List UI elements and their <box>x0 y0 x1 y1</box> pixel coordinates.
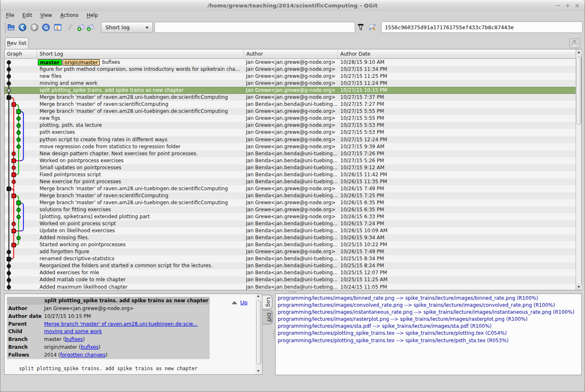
revision-row[interactable]: Merge branch 'master' of raven:scientifi… <box>5 192 576 199</box>
revision-row[interactable]: psth exercisesJan Grewe<jan.grewe@g-node… <box>5 129 576 136</box>
revision-row[interactable]: Merge branch 'master' of raven.am28.uni-… <box>5 108 576 115</box>
refresh-button[interactable]: G <box>41 22 51 33</box>
revision-row[interactable]: New design pattern chapter. Next exercis… <box>5 150 576 157</box>
window-titlebar[interactable]: /home/grewe/teaching/2014/scientificComp… <box>0 0 585 11</box>
detail-scrollbar[interactable] <box>255 294 262 374</box>
author-date-cell: 10/27/15 5:26 PM <box>340 157 571 164</box>
detail-link[interactable]: Merge branch 'master' of raven.am28.uni-… <box>44 321 198 327</box>
menu-edit[interactable]: Edit <box>19 11 36 20</box>
revision-row[interactable]: add forgotten figureJan Grewe<jan.grewe@… <box>5 248 576 255</box>
revision-row[interactable]: new figsJan Grewe<jan.grewe@g-node.org>1… <box>5 115 576 122</box>
revision-row[interactable]: Added missing files.Jan Benda<jan.benda@… <box>5 234 576 241</box>
author-cell: Jan Grewe<jan.grewe@g-node.org> <box>246 80 339 87</box>
renamed-file-line[interactable]: programming/lectures/images/instantaneou… <box>276 309 581 316</box>
menu-file[interactable]: File <box>2 11 19 20</box>
tab-rev-list[interactable]: Rev list <box>5 37 28 49</box>
close-tab-button[interactable] <box>569 38 580 48</box>
renamed-file-line[interactable]: programming/lectures/plotting_spike_trai… <box>276 337 581 344</box>
detail-link[interactable]: moving and some work <box>44 329 102 334</box>
tab-log[interactable]: Log <box>262 295 272 309</box>
renamed-file-line[interactable]: programming/lectures/images/binned_rate.… <box>276 295 581 302</box>
revision-row[interactable]: move regression code from statistics to … <box>5 143 576 150</box>
revision-row[interactable]: Merge branch 'master' of raven:scientifi… <box>5 101 576 108</box>
up-link[interactable]: Up <box>240 299 248 306</box>
column-header-short-log[interactable]: Short Log <box>37 49 244 58</box>
sha-input[interactable] <box>381 21 583 33</box>
menu-actions[interactable]: Actions <box>56 11 82 20</box>
revision-row[interactable]: Small updates on pointprocessesJan Benda… <box>5 164 576 171</box>
detail-field-label: Author date <box>7 313 44 320</box>
revision-row[interactable]: Merge branch 'master' of raven.am28.uni-… <box>5 199 576 206</box>
maximize-button[interactable]: + <box>564 1 571 10</box>
highlight-search-button[interactable] <box>367 22 377 33</box>
author-date-cell: 10/27/15 11:25 PM <box>340 73 571 80</box>
short-log-cell: masterorigin/masterbufixes <box>38 59 241 66</box>
author-date-cell: 10/25/15 10:22 PM <box>340 241 571 248</box>
author-date-cell: 10/27/15 7:26 PM <box>340 150 571 157</box>
author-cell: Jan Benda<jan.benda@uni-tuebing... <box>246 241 339 248</box>
qgit-window: /home/grewe/teaching/2014/scientificComp… <box>0 0 585 392</box>
detail-link[interactable]: forgotten changes <box>60 352 105 358</box>
minimize-button[interactable]: − <box>555 1 562 10</box>
tab-diff[interactable]: Diff <box>263 310 273 324</box>
revision-row[interactable]: Reorganized the folders and started a co… <box>5 262 576 269</box>
revision-table-scrollbar[interactable] <box>576 49 581 290</box>
revision-row[interactable]: new filesJan Grewe<jan.grewe@g-node.org>… <box>5 73 576 80</box>
renamed-file-line[interactable]: programming/lectures/images/convolved_ra… <box>276 302 581 309</box>
renamed-file-line[interactable]: programming/lectures/images/sta.pdf --> … <box>276 323 581 330</box>
log-view-value: Short log <box>105 24 130 30</box>
author-date-cell: 10/26/15 7:25 PM <box>340 192 571 199</box>
author-date-cell: 10/27/15 11:24 PM <box>340 80 571 87</box>
triangle-up-icon <box>257 295 260 297</box>
tree-view-button[interactable] <box>52 22 63 33</box>
revision-row[interactable]: [plotting, spiketrains] extended plottin… <box>5 213 576 220</box>
revision-table: Graph Short Log Author Author Date maste… <box>4 49 582 290</box>
forward-button[interactable] <box>29 22 40 33</box>
scroll-up-button[interactable] <box>576 49 582 55</box>
log-view-select[interactable]: Short log <box>101 22 153 33</box>
revision-row[interactable]: masterorigin/masterbufixesJan Grewe<jan.… <box>5 59 576 66</box>
revision-row[interactable]: solutions for fitting exercisesJan Grewe… <box>5 206 576 213</box>
apply-patch-button[interactable] <box>85 22 96 33</box>
revision-row[interactable]: New exercise for point processesJan Bend… <box>5 178 576 185</box>
open-repository-button[interactable] <box>6 22 16 33</box>
renamed-file-line[interactable]: programming/lectures/plotting_spike_trai… <box>276 330 581 337</box>
close-button[interactable]: × <box>574 1 580 10</box>
revision-row[interactable]: Added maximum likelihood chapterJan Bend… <box>5 284 576 290</box>
revision-row[interactable]: python script to create firing rates in … <box>5 136 576 143</box>
detail-link[interactable]: bufixes <box>65 336 83 342</box>
horizontal-splitter-handle[interactable] <box>289 292 297 292</box>
wand-button[interactable] <box>65 22 75 33</box>
revision-row[interactable]: plotting, psth, sta lectureJan Grewe<jan… <box>5 122 576 129</box>
menu-view[interactable]: View <box>36 11 56 20</box>
revision-row[interactable]: Merge branch 'master' of raven.am28.uni-… <box>5 185 576 192</box>
column-header-author-date[interactable]: Author Date <box>338 49 576 58</box>
detail-link[interactable]: bufixes <box>81 344 98 350</box>
revision-row[interactable]: Worked on pointprocess exercisesJan Bend… <box>5 157 576 164</box>
revision-row[interactable]: Started working on pointprocessesJan Ben… <box>5 241 576 248</box>
detail-scrollbar-thumb[interactable] <box>256 300 261 364</box>
back-button[interactable] <box>17 22 28 33</box>
detail-field-label: Branch <box>7 336 44 343</box>
revision-row[interactable]: figure for psth method comparsion, some … <box>5 66 576 73</box>
revision-row[interactable]: Update on likelihood exercisesJan Benda<… <box>5 227 576 234</box>
revision-filter-input[interactable] <box>154 22 355 33</box>
menu-help[interactable]: Help <box>82 11 102 20</box>
column-header-graph[interactable]: Graph <box>5 49 37 58</box>
revision-row[interactable]: split plotting_spike trains. add spike t… <box>5 87 576 94</box>
renamed-file-line[interactable]: programming/lectures/images/rasterplot.p… <box>276 316 581 323</box>
column-header-author[interactable]: Author <box>244 49 338 58</box>
detail-field-label: Follows <box>7 351 44 359</box>
scrollbar-thumb[interactable] <box>576 56 581 125</box>
revision-row[interactable]: moving and some workJan Grewe<jan.grewe@… <box>5 80 576 87</box>
revision-row[interactable]: Worked on point process scriptJan Benda<… <box>5 220 576 227</box>
revision-row[interactable]: renamed descriptive-statisticsJan Benda<… <box>5 255 576 262</box>
filter-button[interactable] <box>356 22 366 33</box>
vertical-splitter-handle[interactable] <box>274 329 274 340</box>
revision-row[interactable]: Added exercises for mleJan Benda<jan.ben… <box>5 269 576 276</box>
revision-row[interactable]: Fixed pointprocess scriptJan Benda<jan.b… <box>5 171 576 178</box>
save-patch-button[interactable] <box>76 22 86 33</box>
revision-row[interactable]: Merge branch 'master' of raven.am28.uni-… <box>5 94 576 101</box>
revision-row[interactable]: Added matlab code to mle chapterJan Bend… <box>5 276 576 283</box>
scroll-down-button[interactable] <box>576 284 582 290</box>
